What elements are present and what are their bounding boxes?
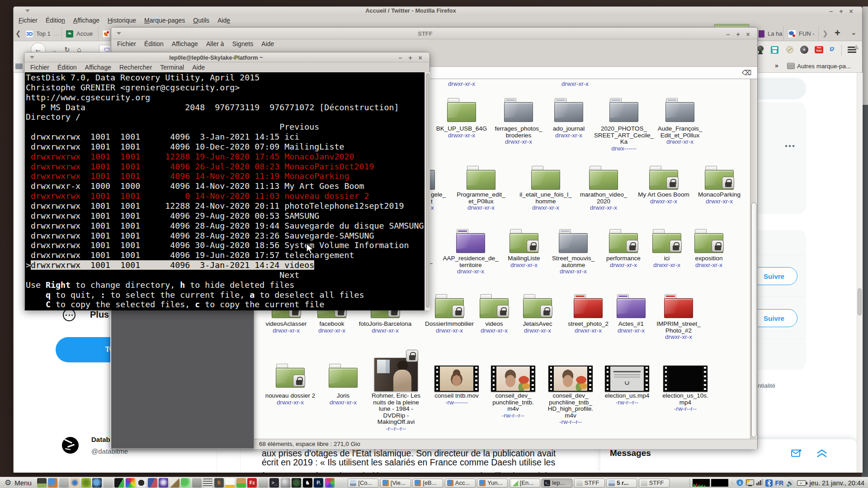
film-reel-icon[interactable] — [800, 46, 808, 54]
notes-grey-launcher-icon[interactable] — [104, 478, 113, 488]
display-warning-tray-icon[interactable] — [746, 479, 754, 486]
expand-messages-icon[interactable] — [816, 448, 828, 460]
film-editor-launcher-icon[interactable] — [148, 478, 157, 488]
menu-affichage[interactable]: Affichage — [69, 17, 104, 24]
file-item[interactable]: il_etait_une_fois_l_hommedrwxr-xr-x — [514, 192, 577, 211]
menu-aide[interactable]: Aide — [213, 17, 234, 24]
dark-lens-launcher-icon[interactable] — [292, 478, 301, 488]
trend-more-icon[interactable]: ●●● — [785, 143, 796, 148]
system-monitor-net[interactable] — [711, 479, 728, 487]
folder-icon[interactable] — [467, 166, 495, 190]
maximize-icon[interactable]: + — [407, 55, 413, 61]
firefox-scrollbar-thumb[interactable] — [858, 288, 862, 315]
clear-input-icon[interactable]: ⌫ — [742, 69, 751, 77]
coin-icon[interactable] — [786, 46, 793, 53]
volume-icon[interactable]: 🔊 — [786, 479, 794, 487]
folder-icon[interactable] — [617, 294, 646, 318]
menu-dition[interactable]: Édition — [53, 64, 81, 71]
text-editor-launcher-icon[interactable] — [225, 478, 235, 488]
horse-app-launcher-icon[interactable]: ♞ — [303, 478, 312, 488]
folder-icon[interactable] — [665, 98, 694, 122]
video-file-icon[interactable] — [434, 366, 479, 392]
headphones-audio-launcher-icon[interactable] — [159, 478, 168, 488]
photoshop-launcher-icon[interactable]: P. — [314, 478, 323, 488]
folder-icon[interactable] — [531, 166, 560, 190]
maximize-icon[interactable]: + — [735, 31, 741, 38]
folder-icon[interactable] — [609, 229, 638, 253]
folder-icon[interactable] — [559, 229, 588, 253]
minimize-icon[interactable]: – — [397, 55, 403, 61]
folder-icon[interactable] — [276, 364, 305, 388]
new-message-icon[interactable] — [791, 448, 802, 460]
firewall-tray-icon[interactable]: i — [736, 479, 744, 487]
terminal-scrollbar[interactable] — [425, 72, 430, 310]
folder-icon[interactable] — [609, 98, 638, 122]
file-item[interactable]: election_us.mp4-rw-r--r-- — [595, 393, 659, 406]
new-tab-icon[interactable]: + — [835, 27, 840, 39]
folder-icon[interactable] — [435, 294, 464, 318]
taskbar-clock[interactable]: jeu. 21 janv., 20:44 — [810, 479, 864, 487]
eye-viewer-launcher-icon[interactable] — [70, 478, 80, 488]
folder-icon[interactable] — [574, 294, 603, 318]
close-icon[interactable]: × — [417, 55, 423, 61]
file-item[interactable]: fotoJoris-Barcelonadrwxr-xr-x — [354, 321, 417, 334]
other-bookmarks-folder-icon[interactable] — [787, 63, 795, 69]
camera-lens-launcher-icon[interactable] — [92, 478, 102, 488]
music-player-launcher-icon[interactable] — [114, 478, 124, 488]
terminal-scrollbar-thumb[interactable] — [426, 73, 429, 308]
other-bookmarks-label[interactable]: Autres marque-pa... — [797, 63, 851, 70]
twitter-profile-avatar[interactable] — [62, 437, 79, 454]
folder-icon[interactable] — [705, 166, 734, 190]
menu-fichier[interactable]: Fichier — [26, 64, 53, 71]
menu-affichage[interactable]: Affichage — [168, 40, 202, 47]
folder-icon[interactable] — [652, 229, 681, 253]
file-item[interactable]: election_us_10s.mp4-rw-r--r-- — [654, 393, 717, 413]
file-item[interactable]: IMPRIM_street_Photo_#2drwxr-xr-x — [647, 321, 710, 341]
folder-icon[interactable] — [447, 98, 476, 122]
menu-marquepages[interactable]: Marque-pages — [140, 17, 189, 24]
system-monitor-cpu[interactable] — [693, 479, 710, 487]
video-file-icon[interactable] — [605, 366, 649, 392]
menu-aller[interactable]: Aller à — [202, 40, 228, 47]
tab-top1[interactable]: 3D Top 1… — [22, 26, 62, 41]
menu-fichier[interactable]: Fichier — [14, 17, 42, 24]
sphere-app-launcher-icon[interactable] — [281, 478, 290, 488]
taskbar-window-button[interactable]: [En... — [509, 479, 540, 488]
radio-device-launcher-icon[interactable] — [192, 478, 202, 488]
menu-signets[interactable]: Signets — [228, 40, 258, 47]
webcam-icon[interactable] — [757, 46, 764, 54]
menu-affichage[interactable]: Affichage — [81, 64, 115, 71]
folder-icon[interactable] — [694, 229, 723, 253]
file-item[interactable]: conseil tntb.mov-rw------- — [425, 393, 488, 406]
tab-fun[interactable]: FUN - — [785, 26, 819, 41]
filemanager-scrollbar[interactable] — [750, 79, 757, 439]
spiral-player-launcher-icon[interactable] — [81, 478, 91, 488]
menu-terminal[interactable]: Terminal — [156, 64, 188, 71]
maximize-icon[interactable]: + — [838, 8, 844, 14]
tab-laha[interactable]: La hai — [755, 26, 783, 41]
youtube-icon[interactable]: YouTube — [815, 46, 823, 53]
minimize-icon[interactable]: – — [828, 8, 834, 14]
bluetooth-icon[interactable] — [765, 479, 773, 487]
close-icon[interactable]: × — [848, 8, 854, 14]
battery-icon[interactable]: ⚡ — [797, 480, 806, 486]
video-file-icon[interactable] — [663, 366, 708, 392]
hamburger-menu-icon[interactable] — [848, 47, 856, 53]
file-item[interactable]: 2020_PHOTOS_SREET_ART_Cecile_Kadrwx-----… — [592, 126, 656, 152]
taskbar-window-button[interactable]: Acc... — [445, 479, 476, 488]
firefox-scrollbar[interactable] — [857, 73, 862, 473]
twitter-more-icon[interactable] — [63, 309, 75, 321]
taskbar-window-button[interactable]: [Vie... — [380, 479, 411, 488]
save-icon[interactable] — [771, 46, 778, 54]
firefox-launcher-icon[interactable] — [48, 478, 57, 488]
folder-icon[interactable] — [504, 98, 533, 122]
bookmarks-overflow-icon[interactable]: » — [775, 62, 778, 69]
bookmark-folder-icon[interactable] — [15, 63, 23, 69]
taskbar-window-button[interactable]: Yun... — [477, 479, 508, 488]
molecules-launcher-icon[interactable] — [181, 478, 190, 488]
menu-outils[interactable]: Outils — [189, 17, 213, 24]
folder-icon[interactable] — [589, 166, 618, 190]
file-item[interactable]: Rohmer, Eric- Lesnuits de la pleinelune … — [364, 393, 428, 432]
screen-reader-launcher-icon[interactable] — [59, 478, 69, 488]
file-item[interactable]: My Art Goes Boomdrwxr-xr-x — [632, 192, 695, 205]
